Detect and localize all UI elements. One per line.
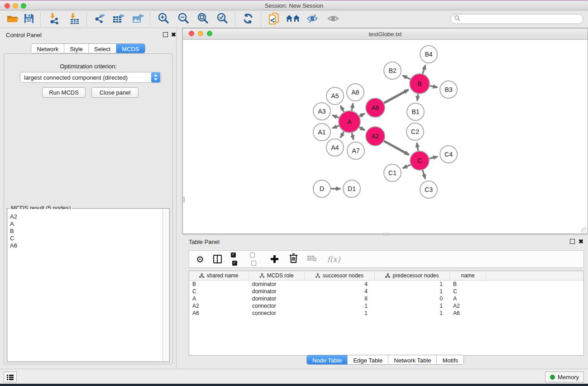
column-header-name[interactable]: name [450,271,486,280]
table-cell[interactable]: connector [249,303,305,309]
export-network-button[interactable] [91,12,107,27]
table-cell[interactable]: 1 [375,310,450,316]
table-close-icon[interactable]: ✖ [578,238,583,245]
zoom-selected-button[interactable] [214,12,230,27]
tab-network-table[interactable]: Network Table [388,355,436,364]
table-settings-button[interactable]: ⚙ [195,254,206,265]
tab-node-table[interactable]: Node Table [307,355,348,364]
edge-A-A5[interactable] [340,106,344,112]
export-image-button[interactable] [129,12,146,27]
edge-B-B4[interactable] [423,65,425,74]
criterion-dropdown[interactable]: largest connected component (directed) [20,72,161,83]
table-cell[interactable]: 0 [375,295,450,302]
add-column-button[interactable] [269,254,280,265]
apply-function-button[interactable]: f(x) [326,254,341,265]
main-titlebar[interactable]: Session: New Session [0,1,588,10]
splitter-grip[interactable] [182,197,185,202]
search-input[interactable] [460,15,583,23]
table-cell[interactable]: 1 [375,303,450,309]
result-item[interactable]: A [8,220,163,228]
table-cell[interactable]: 4 [305,281,375,287]
edge-A-A6[interactable] [359,114,364,116]
table-cell[interactable]: connector [249,310,305,316]
table-cell[interactable]: A2 [450,303,486,309]
network-titlebar[interactable]: testGlobe.txt [183,29,588,40]
mcds-result-list[interactable]: A2ABCA6 [8,209,163,361]
edge-C-C2[interactable] [417,143,418,151]
table-cell[interactable]: 8 [305,295,375,302]
delete-column-button[interactable] [288,254,299,265]
table-float-button[interactable] [570,239,575,244]
table-cell[interactable]: A [189,295,249,302]
table-cell[interactable]: 1 [305,303,375,309]
result-item[interactable]: A6 [8,242,163,249]
column-header-predecessor-nodes[interactable]: predecessor nodes [375,271,450,280]
deselect-all-button[interactable] [250,254,261,265]
result-item[interactable]: C [8,235,163,242]
save-button[interactable] [21,12,37,27]
table-cell[interactable]: dominator [249,295,305,302]
edge-C-C4[interactable] [430,157,438,158]
column-header-successor-nodes[interactable]: successor nodes [305,271,375,280]
refresh-button[interactable] [240,12,256,27]
clear-table-button[interactable] [307,254,318,265]
tab-style[interactable]: Style [64,44,88,53]
edge-A-A3[interactable] [332,115,339,118]
edge-A-A4[interactable] [340,132,344,138]
export-table-button[interactable] [110,12,126,27]
resize-grip[interactable] [581,227,587,233]
table-cell[interactable]: B [189,281,249,287]
table-row[interactable]: A2connector11A2 [189,302,583,310]
import-network-button[interactable] [46,12,62,27]
zoom-out-button[interactable] [175,12,191,27]
table-cell[interactable]: dominator [249,281,305,287]
table-cell[interactable]: 1 [305,310,375,316]
edge-B-B1[interactable] [417,94,418,101]
tab-mcds[interactable]: MCDS [116,44,144,53]
duplicate-network-button[interactable] [266,12,282,27]
table-row[interactable]: Bdominator41B [189,281,583,288]
zoom-in-button[interactable] [155,12,172,27]
table-cell[interactable]: B [450,281,486,287]
edge-C-C1[interactable] [403,165,411,168]
table-cell[interactable]: dominator [249,288,305,295]
column-header-MCDS-role[interactable]: MCDS role [249,271,305,280]
result-item[interactable]: A2 [8,213,163,220]
table-row[interactable]: Cdominator41C [189,288,583,295]
edge-B-B3[interactable] [430,86,438,87]
edge-A-A2[interactable] [359,127,365,130]
result-item[interactable]: B [8,228,163,235]
table-cell[interactable]: A6 [189,310,249,316]
table-cell[interactable]: A2 [189,303,249,309]
close-panel-button[interactable]: Close panel [91,87,139,98]
memory-button[interactable]: Memory [545,372,584,382]
zoom-fit-button[interactable] [195,12,211,27]
home-button[interactable] [285,12,301,27]
network-canvas[interactable]: AA1A3A5A8A4A7A6A2BB1B2B3B4CC1C2C3C4DD1 [183,40,588,234]
open-button[interactable] [5,12,21,27]
edge-C-C3[interactable] [423,170,425,179]
close-panel-icon[interactable]: ✖ [171,31,176,38]
edge-A-A8[interactable] [352,104,353,111]
network-view-window[interactable]: testGlobe.txt AA1A3A5A8A4A7A6A2BB1B2B3B4… [182,28,588,234]
select-all-button[interactable] [231,254,242,265]
tab-network[interactable]: Network [31,44,64,53]
column-header-shared-name[interactable]: shared name [189,271,249,280]
tab-edge-table[interactable]: Edge Table [347,355,388,364]
table-row[interactable]: Adominator80A [189,295,583,302]
table-cell[interactable]: 4 [305,288,375,295]
edge-A6-B[interactable] [384,90,408,103]
search-field[interactable] [450,14,583,24]
import-table-button[interactable] [66,12,82,27]
table-row[interactable]: A6connector11A6 [189,310,583,317]
table-cell[interactable]: C [450,288,486,295]
float-panel-button[interactable] [163,32,168,37]
edge-B-B2[interactable] [403,76,411,79]
edge-A2-C[interactable] [384,141,409,155]
edge-A-A1[interactable] [332,126,339,128]
show-button[interactable] [325,12,341,27]
run-mcds-button[interactable]: Run MCDS [42,87,86,98]
table-cell[interactable]: 1 [375,281,450,287]
edge-A-A7[interactable] [352,133,353,139]
table-cell[interactable]: A6 [450,310,486,316]
